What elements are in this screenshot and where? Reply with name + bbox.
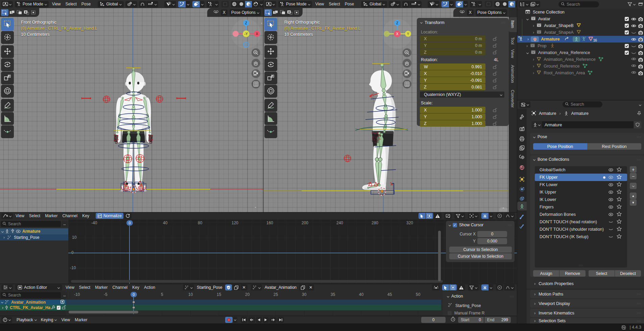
svg-text:Z: Z xyxy=(245,21,247,25)
svg-text:X: X xyxy=(396,32,399,36)
svg-text:Z: Z xyxy=(396,21,398,25)
svg-text:Y: Y xyxy=(407,32,409,36)
svg-text:X: X xyxy=(256,32,258,36)
svg-text:-Y: -Y xyxy=(244,32,248,36)
